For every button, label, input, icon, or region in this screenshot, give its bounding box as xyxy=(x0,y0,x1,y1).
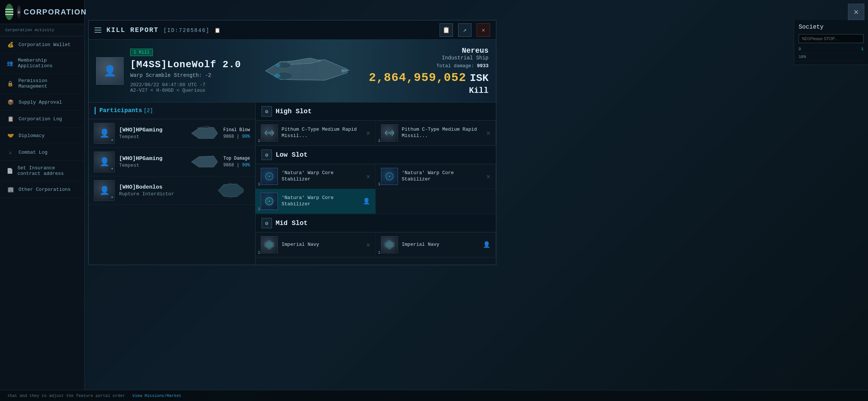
equipment-item[interactable]: 1 'Natura' Warp Core Stabilizer ✕ xyxy=(256,164,376,189)
svg-point-17 xyxy=(269,200,270,202)
participant-nums: 9868 | 99% xyxy=(223,134,250,139)
eq-person-icon: 👤 xyxy=(363,198,370,205)
sidebar-item-combat-log[interactable]: ⚔ Combat Log xyxy=(0,144,84,161)
bottom-hint-bar: that and they to adjust the feature port… xyxy=(0,390,868,401)
equipment-item[interactable]: 1 Imperial Navy ✕ xyxy=(256,232,376,257)
kill-report-dialog: KILL REPORT [ID:7285846] 📋 📋 ↗ ✕ 👤 1 Kil… xyxy=(88,20,496,265)
sidebar-item-membership[interactable]: 👥 Membership Applications xyxy=(0,53,84,74)
sidebar-label-corp-log: Corporation Log xyxy=(19,116,62,122)
kr-participants-count: [2] xyxy=(144,108,153,114)
kr-ship-image xyxy=(251,49,362,93)
participant-ship-image xyxy=(189,151,219,172)
participant-stats: Final Blow 9868 | 99% xyxy=(223,127,250,139)
mid-slot-header: ⚙ Mid Slot xyxy=(256,214,496,232)
society-search-input[interactable] xyxy=(799,34,864,43)
sidebar-item-other-corps[interactable]: 🏢 Other Corporations xyxy=(0,181,84,198)
society-row-2: 10% xyxy=(799,53,864,61)
sidebar-label-permission: Permission Management xyxy=(18,78,78,89)
eq-item-icon xyxy=(381,236,398,253)
other-corps-icon: 🏢 xyxy=(7,186,14,193)
society-title: Society xyxy=(799,24,864,30)
sidebar-hamburger-button[interactable] xyxy=(5,4,13,20)
corp-logo: ★ xyxy=(17,5,21,19)
equipment-item-highlighted[interactable]: 1 'Natura' Warp Core Stabilizer 👤 xyxy=(256,189,376,214)
sidebar: ★ CORPORATION Corporation Activity 💰 Cor… xyxy=(0,0,85,401)
sidebar-item-permission[interactable]: 🔒 Permission Management xyxy=(0,74,84,94)
kr-body: Participants [2] 👤 ★ [WHO]HPGaming Tempe… xyxy=(89,102,496,265)
eq-remove-button[interactable]: ✕ xyxy=(486,129,490,137)
participant-row[interactable]: 👤 ★ [WHO]HPGaming Tempest Final Blow xyxy=(89,119,255,148)
sidebar-item-corp-wallet[interactable]: 💰 Corporation Wallet xyxy=(0,36,84,53)
eq-remove-button[interactable]: ✕ xyxy=(486,172,490,180)
mid-slot-grid: 1 Imperial Navy ✕ 1 xyxy=(256,232,496,258)
app-close-button[interactable]: ✕ xyxy=(848,4,864,20)
kr-share-button[interactable]: ↗ xyxy=(458,23,471,37)
society-row1-label: D xyxy=(799,47,801,51)
equipment-item[interactable]: 1 Pithum C-Type Medium Rapid Missil... ✕ xyxy=(256,121,376,146)
eq-remove-button[interactable]: ✕ xyxy=(366,172,370,180)
kr-participants-title: Participants xyxy=(99,107,142,114)
participant-name: [WHO]HPGaming xyxy=(119,127,185,133)
membership-icon: 👥 xyxy=(7,59,13,67)
participant-row[interactable]: 👤 ★ [WHO]HPGaming Tempest Top Damage 986… xyxy=(89,148,255,176)
kr-isk-row: 2,864,959,052 ISK xyxy=(369,71,489,85)
eq-item-name: Imperial Navy xyxy=(402,242,479,248)
corp-log-icon: 📋 xyxy=(7,115,14,123)
svg-point-14 xyxy=(389,176,390,177)
participant-avatar: 👤 ★ xyxy=(94,123,115,144)
participant-star-icon: ★ xyxy=(111,137,114,143)
kr-ship-type: Industrial Ship xyxy=(369,55,489,61)
eq-quantity: 1 xyxy=(258,250,260,255)
participant-blow: Top Damage xyxy=(223,156,250,161)
kr-menu-button[interactable] xyxy=(95,27,101,33)
eq-remove-button[interactable]: ✕ xyxy=(366,129,370,137)
supply-icon: 📦 xyxy=(7,98,14,106)
low-slot-grid: 1 'Natura' Warp Core Stabilizer ✕ 1 xyxy=(256,164,496,214)
participant-ship-image xyxy=(189,123,219,144)
equipment-item[interactable]: 1 Pithum C-Type Medium Rapid Missil... ✕ xyxy=(376,121,496,146)
participant-info: [WHO]HPGaming Tempest xyxy=(119,156,185,168)
kr-isk-unit: ISK xyxy=(470,72,489,84)
participant-name: [WHO]Bodenlos xyxy=(119,184,211,190)
low-slot-header: ⚙ Low Slot xyxy=(256,146,496,164)
society-row-1: D 1 xyxy=(799,45,864,53)
kr-title-copy-icon[interactable]: 📋 xyxy=(214,28,221,33)
participant-star-icon: ★ xyxy=(111,194,114,200)
participant-ship: Tempest xyxy=(119,134,185,140)
mid-slot-icon: ⚙ xyxy=(262,218,272,228)
sidebar-label-corp-wallet: Corporation Wallet xyxy=(19,42,70,48)
eq-item-name: Imperial Navy xyxy=(282,242,362,248)
kr-pilot-avatar: 👤 xyxy=(96,57,124,85)
sidebar-label-insurance: Set Insurance contract address xyxy=(17,165,78,176)
svg-point-3 xyxy=(274,74,280,78)
sidebar-item-corp-log[interactable]: 📋 Corporation Log xyxy=(0,111,84,127)
kr-close-button[interactable]: ✕ xyxy=(477,23,490,37)
sidebar-item-diplomacy[interactable]: 🤝 Diplomacy xyxy=(0,127,84,144)
kill-report-header: KILL REPORT [ID:7285846] 📋 📋 ↗ ✕ xyxy=(89,20,496,40)
eq-item-name: 'Natura' Warp Core Stabilizer xyxy=(282,170,362,183)
wallet-icon: 💰 xyxy=(7,41,14,48)
high-slot-grid: 1 Pithum C-Type Medium Rapid Missil... ✕… xyxy=(256,121,496,146)
participant-info: [WHO]Bodenlos Rupture Interdictor xyxy=(119,184,211,197)
eq-item-name: Pithum C-Type Medium Rapid Missil... xyxy=(282,127,362,139)
kr-title: KILL REPORT [ID:7285846] 📋 xyxy=(106,26,434,34)
kr-participants-header: Participants [2] xyxy=(89,102,255,119)
participant-row[interactable]: 👤 ★ [WHO]Bodenlos Rupture Interdictor xyxy=(89,176,255,205)
participant-star-icon: ★ xyxy=(111,166,114,171)
sidebar-label-membership: Membership Applications xyxy=(18,58,78,69)
low-slot-icon: ⚙ xyxy=(262,150,272,160)
kr-clipboard-button[interactable]: 📋 xyxy=(440,23,453,37)
equipment-item[interactable]: 1 'Natura' Warp Core Stabilizer ✕ xyxy=(376,164,496,189)
bottom-hint-link[interactable]: View Missions/Market xyxy=(132,394,181,398)
eq-item-icon xyxy=(261,193,278,210)
eq-remove-button[interactable]: ✕ xyxy=(366,241,370,249)
kr-isk-value: 2,864,959,052 xyxy=(369,71,466,85)
permission-icon: 🔒 xyxy=(7,80,14,87)
kr-equipment-panel: ⚙ High Slot 1 Pithum C-Type Medium Rapid… xyxy=(256,102,496,265)
kr-pilot-name: [M4SS]LoneWolf 2.0 xyxy=(130,59,244,70)
eq-item-icon xyxy=(381,124,398,141)
sidebar-item-supply[interactable]: 📦 Supply Approval xyxy=(0,94,84,111)
sidebar-item-insurance[interactable]: 📄 Set Insurance contract address xyxy=(0,161,84,181)
svg-point-4 xyxy=(276,63,280,67)
equipment-item[interactable]: 1 Imperial Navy 👤 xyxy=(376,232,496,257)
